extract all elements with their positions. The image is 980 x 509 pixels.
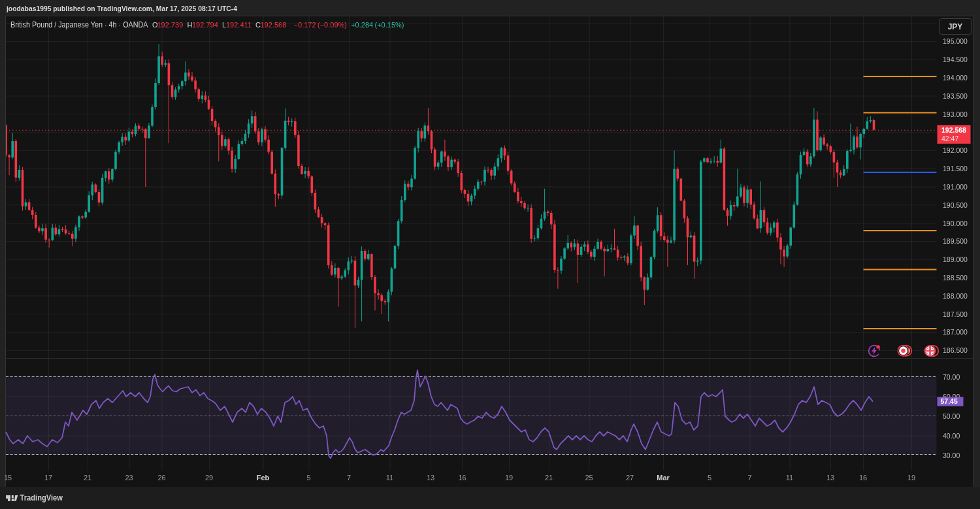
svg-text:193.500: 193.500 (943, 92, 968, 100)
svg-text:190.000: 190.000 (943, 220, 968, 227)
svg-text:7: 7 (747, 474, 751, 482)
svg-text:TradingView: TradingView (20, 493, 63, 502)
svg-text:16: 16 (859, 474, 867, 482)
svg-text:+0.284: +0.284 (351, 21, 373, 29)
svg-text:186.500: 186.500 (943, 346, 968, 354)
svg-text:188.000: 188.000 (943, 292, 968, 300)
svg-text:British Pound / Japanese Yen ·: British Pound / Japanese Yen · 4h · OAND… (10, 20, 148, 29)
svg-text:192.794: 192.794 (192, 21, 218, 29)
svg-text:17: 17 (44, 474, 52, 482)
svg-text:(+0.15%): (+0.15%) (375, 21, 404, 29)
svg-text:57.45: 57.45 (941, 397, 958, 405)
svg-text:15: 15 (4, 474, 12, 482)
svg-text:7: 7 (347, 474, 351, 482)
svg-text:192.739: 192.739 (157, 21, 184, 29)
svg-text:190.500: 190.500 (943, 201, 968, 209)
svg-text:193.000: 193.000 (943, 110, 968, 118)
svg-text:187.000: 187.000 (943, 328, 968, 336)
svg-text:188.500: 188.500 (943, 274, 968, 282)
svg-text:42:47: 42:47 (941, 135, 958, 142)
svg-text:29: 29 (205, 474, 213, 482)
svg-text:19: 19 (505, 474, 513, 482)
svg-text:11: 11 (386, 474, 393, 482)
svg-text:192.411: 192.411 (226, 21, 252, 29)
svg-text:191.000: 191.000 (943, 183, 968, 191)
svg-text:23: 23 (125, 474, 133, 482)
svg-text:−0.172: −0.172 (294, 21, 316, 29)
svg-text:19: 19 (907, 474, 915, 482)
svg-text:13: 13 (826, 474, 834, 482)
svg-text:40.00: 40.00 (943, 432, 960, 440)
svg-text:194.000: 194.000 (943, 74, 968, 82)
svg-text:191.500: 191.500 (943, 165, 968, 172)
svg-text:189.500: 189.500 (943, 237, 968, 245)
svg-text:192.000: 192.000 (943, 146, 968, 154)
svg-text:(−0.09%): (−0.09%) (318, 21, 347, 29)
svg-text:192.568: 192.568 (941, 126, 966, 134)
svg-text:16: 16 (458, 474, 466, 482)
svg-text:26: 26 (157, 474, 165, 482)
svg-text:50.00: 50.00 (943, 412, 960, 420)
svg-text:70.00: 70.00 (943, 373, 960, 381)
svg-text:5: 5 (306, 474, 310, 482)
svg-text:joodabas1995 published on Trad: joodabas1995 published on TradingView.co… (6, 5, 237, 12)
svg-text:195.000: 195.000 (943, 37, 968, 45)
svg-text:13: 13 (427, 474, 434, 482)
svg-text:187.500: 187.500 (943, 310, 968, 318)
svg-text:21: 21 (84, 474, 91, 482)
svg-text:30.00: 30.00 (943, 452, 960, 459)
svg-text:27: 27 (626, 474, 634, 482)
svg-text:11: 11 (786, 474, 793, 482)
svg-text:Feb: Feb (257, 474, 270, 482)
svg-text:Mar: Mar (657, 474, 670, 482)
svg-text:25: 25 (585, 474, 593, 482)
svg-text:194.500: 194.500 (943, 56, 968, 63)
svg-text:192.568: 192.568 (261, 21, 287, 29)
svg-text:JPY: JPY (948, 22, 963, 31)
svg-text:21: 21 (545, 474, 553, 482)
svg-text:189.000: 189.000 (943, 255, 968, 263)
svg-text:5: 5 (708, 474, 711, 482)
